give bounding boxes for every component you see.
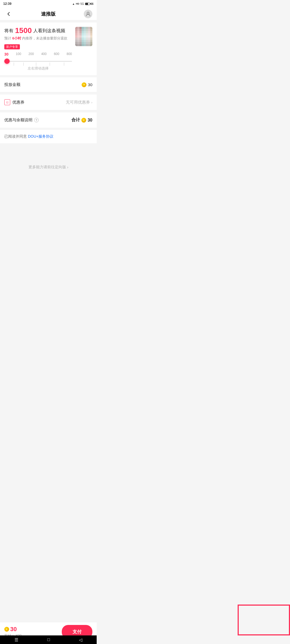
dash-3	[36, 63, 36, 66]
video-thumbnail	[75, 27, 92, 46]
promo-card-left: 将有 1500 人看到这条视频 预计 6小时 内推荐，未达播放量部分退款 新户专…	[4, 27, 72, 71]
coupon-icon: ◱	[4, 99, 10, 105]
coupon-chevron: ›	[91, 100, 92, 104]
investment-value: ● 30	[82, 82, 92, 87]
slider-mark-3: 400	[41, 52, 46, 56]
promo-title: 将有 1500 人看到这条视频	[4, 27, 72, 34]
coin-icon: ●	[82, 82, 86, 87]
promo-suffix: 人看到这条视频	[33, 28, 65, 34]
new-user-badge: 新户专享	[4, 44, 20, 49]
slider-mark-2: 200	[28, 52, 34, 56]
header: 速推版	[0, 8, 97, 20]
agreement-link[interactable]: DOU+服务协议	[28, 134, 53, 138]
more-link[interactable]: 更多能力请前往定向版 ›	[0, 159, 97, 175]
coupon-label: ◱ 优惠券	[4, 99, 24, 105]
investment-row: 投放金额 ● 30	[0, 77, 97, 92]
total-value: 合计 ● 30	[71, 117, 92, 123]
page-title: 速推版	[41, 11, 56, 17]
profile-button[interactable]	[84, 10, 92, 18]
question-icon[interactable]: ?	[34, 118, 39, 122]
main-content: 将有 1500 人看到这条视频 预计 6小时 内推荐，未达播放量部分退款 新户专…	[0, 23, 97, 202]
subtitle-highlight: 6小时	[12, 36, 21, 40]
slider-labels: 30 100 200 400 600 800	[4, 52, 72, 56]
dash-2	[23, 63, 24, 66]
slider-wrap[interactable]	[4, 58, 72, 64]
back-button[interactable]	[4, 10, 13, 18]
more-arrow: ›	[67, 165, 68, 169]
total-coin-icon: ●	[81, 118, 86, 123]
slider-dashes	[4, 61, 72, 62]
slider-mark-4: 600	[54, 52, 59, 56]
signal-icon: 5G	[81, 2, 84, 5]
svg-point-0	[87, 12, 89, 14]
wifi-icon: ▲	[72, 2, 75, 5]
promo-card: 将有 1500 人看到这条视频 预计 6小时 内推荐，未达播放量部分退款 新户专…	[0, 23, 97, 75]
slider-mark-0: 30	[4, 52, 9, 56]
agreement-section: 已阅读并同意 DOU+服务协议	[0, 130, 97, 143]
slider-mark-1: 100	[16, 52, 21, 56]
investment-label: 投放金额	[4, 82, 20, 87]
coupon-row[interactable]: ◱ 优惠券 无可用优惠券 ›	[0, 94, 97, 110]
promo-highlight: 1500	[15, 27, 32, 34]
promo-subtitle: 预计 6小时 内推荐，未达播放量部分退款	[4, 36, 72, 41]
discount-label: 优惠与余额说明 ?	[4, 118, 39, 123]
status-bar: 12:39 ▲ HD 5G 66	[0, 0, 97, 8]
dash-1	[14, 63, 14, 66]
hd-icon: HD	[76, 2, 79, 5]
promo-prefix: 将有	[4, 28, 13, 34]
dash-4	[50, 63, 50, 66]
status-time: 12:39	[3, 2, 12, 6]
discount-row: 优惠与余额说明 ? 合计 ● 30	[0, 112, 97, 128]
slider-thumb[interactable]	[4, 58, 10, 64]
slider-mark-5: 800	[67, 52, 72, 56]
slider-hint: 左右滑动选择	[4, 66, 72, 71]
status-icons: ▲ HD 5G 66	[72, 2, 93, 5]
dash-5	[64, 63, 64, 66]
slider-track	[4, 61, 72, 62]
battery-indicator: 66	[85, 2, 93, 5]
coupon-value: 无可用优惠券 ›	[66, 100, 92, 105]
thumbnail-pixels	[75, 27, 92, 46]
